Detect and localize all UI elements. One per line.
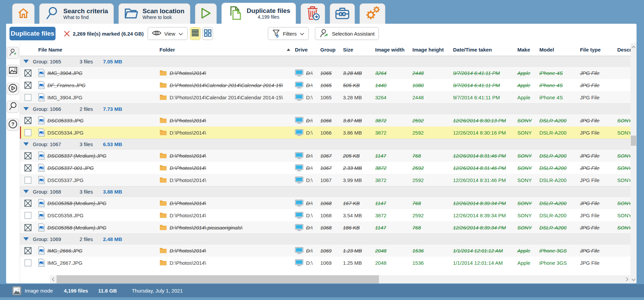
table-row[interactable]: DF_Frames.JPGD:\Photos\2014\Calendar 201… xyxy=(20,79,630,91)
horizontal-scrollbar[interactable] xyxy=(20,275,630,283)
play-preview-button[interactable] xyxy=(7,83,19,95)
description-cell xyxy=(615,257,630,269)
size-cell: 1.23 MB xyxy=(341,244,373,257)
scroll-up-icon[interactable] xyxy=(630,44,637,50)
collapse-arrow-icon[interactable] xyxy=(23,142,29,146)
play-icon xyxy=(200,6,212,21)
table-row[interactable]: IMG_2667.JPGD:\Photos\2014\D:\10691.25 M… xyxy=(20,257,630,269)
table-row[interactable]: DSC05337.JPGD:\Photos\2014\D:\10673.99 M… xyxy=(20,174,630,186)
image-file-icon xyxy=(38,259,45,267)
image-width-cell: 1147 xyxy=(373,197,410,209)
grid-view-button[interactable] xyxy=(202,27,213,40)
size-cell: 3.87 MB xyxy=(341,114,373,126)
horizontal-scroll-thumb[interactable] xyxy=(57,275,379,283)
table-row[interactable]: IMG_2666.JPGD:\Photos\2014\D:\10691.23 M… xyxy=(20,244,630,257)
table-row[interactable]: IMG_3904.JPGD:\Photos\2014\D:\10653.28 M… xyxy=(20,67,630,79)
tab-search-criteria[interactable]: Search criteria What to find xyxy=(39,3,114,24)
image-preview-button[interactable] xyxy=(7,65,19,77)
table-row[interactable]: DSC05334.JPGD:\Photos\2014\D:\10663.86 M… xyxy=(20,126,630,139)
column-header-folder[interactable]: Folder xyxy=(157,47,293,53)
column-header-file-name[interactable]: File Name xyxy=(36,47,157,53)
table-row[interactable]: IMG_3904.JPGD:\Photos\2014\Calendar 2014… xyxy=(20,91,630,103)
scroll-right-icon[interactable] xyxy=(624,277,630,281)
group-header[interactable]: Group: 10673 files6.53 MB xyxy=(20,139,630,149)
column-header-size[interactable]: Size xyxy=(341,47,373,53)
group-header[interactable]: Group: 10662 files7.73 MB xyxy=(20,103,630,114)
image-height-cell: 2592 xyxy=(410,174,451,186)
tab-tools[interactable] xyxy=(330,3,355,24)
drive-cell: D:\ xyxy=(293,126,318,139)
column-header-model[interactable]: Model xyxy=(537,47,578,53)
column-header-make[interactable]: Make xyxy=(515,47,537,53)
model-cell: DSLR-A200 xyxy=(537,162,578,174)
row-checkbox-marked[interactable] xyxy=(20,244,36,257)
tab-subtitle: 4,199 files xyxy=(247,14,291,20)
row-checkbox[interactable] xyxy=(20,209,36,221)
column-header-drive[interactable]: Drive xyxy=(293,47,318,53)
collapse-arrow-icon[interactable] xyxy=(23,190,29,193)
table-row[interactable]: DSC05358 (Medium).JPGD:\Photos\2014\D:\1… xyxy=(20,197,630,209)
table-row[interactable]: DSC05333.JPGD:\Photos\2014\D:\10663.87 M… xyxy=(20,114,630,126)
row-checkbox-marked[interactable] xyxy=(20,114,36,126)
row-checkbox-marked[interactable] xyxy=(20,67,36,79)
row-checkbox[interactable] xyxy=(20,91,36,103)
column-header-file-type[interactable]: File type xyxy=(578,47,615,53)
tab-run-scan[interactable] xyxy=(195,3,217,24)
vertical-scrollbar[interactable] xyxy=(630,43,637,283)
image-file-icon xyxy=(38,116,45,124)
group-file-count: 3 files xyxy=(80,59,93,64)
make-cell: Apple xyxy=(515,67,537,79)
column-header-image-height[interactable]: Image height xyxy=(410,47,451,53)
collapse-arrow-icon[interactable] xyxy=(23,107,29,111)
row-checkbox-marked[interactable] xyxy=(20,79,36,91)
list-view-button[interactable] xyxy=(190,27,200,40)
selection-assistant-side-button[interactable] xyxy=(7,47,19,59)
zoom-search-button[interactable] xyxy=(7,101,19,113)
vertical-scroll-thumb[interactable] xyxy=(631,136,636,146)
table-row[interactable]: DSC05337-001.JPGD:\Photos\2014\D:\10672.… xyxy=(20,162,630,174)
file-type-cell: JPG File xyxy=(578,91,615,103)
table-header-row: File Name Folder Drive Group Size Image … xyxy=(20,43,630,56)
file-name-cell: IMG_3904.JPG xyxy=(36,91,157,103)
tab-settings[interactable] xyxy=(360,3,385,24)
view-button[interactable]: View xyxy=(148,27,187,40)
collapse-arrow-icon[interactable] xyxy=(23,60,29,63)
row-checkbox[interactable] xyxy=(20,257,36,269)
group-header[interactable]: Group: 10653 files7.05 MB xyxy=(20,56,630,67)
file-name-cell: DSC05334.JPG xyxy=(36,126,157,139)
mode-button[interactable]: Duplicate files xyxy=(9,27,56,40)
table-row[interactable]: DSC05337 (Medium).JPGD:\Photos\2014\D:\1… xyxy=(20,149,630,162)
table-row[interactable]: DSC05358 (Medium).JPGD:\Photos\2014\.pic… xyxy=(20,221,630,234)
tab-delete-marked[interactable] xyxy=(301,3,325,24)
group-cell: 1065 xyxy=(318,79,341,91)
tab-scan-location[interactable]: Scan location Where to look xyxy=(119,3,190,24)
grid-view-icon xyxy=(204,29,212,38)
filters-button[interactable]: 0 Filters xyxy=(268,27,309,40)
tab-duplicate-files[interactable]: Duplicate files 4,199 files xyxy=(221,3,296,24)
collapse-arrow-icon[interactable] xyxy=(23,237,29,241)
row-checkbox-marked[interactable] xyxy=(20,197,36,209)
folder-cell: D:\Photos\2014\ xyxy=(157,162,293,174)
tab-home[interactable] xyxy=(12,3,35,24)
description-cell: SONY xyxy=(615,209,630,221)
scroll-left-icon[interactable] xyxy=(50,277,57,281)
row-checkbox-marked[interactable] xyxy=(20,221,36,234)
group-header[interactable]: Group: 10683 files3.88 MB xyxy=(20,186,630,197)
selection-assistant-button[interactable]: Selection Assistant xyxy=(315,27,379,40)
hscroll-track[interactable] xyxy=(50,275,630,283)
scroll-down-icon[interactable] xyxy=(630,277,637,283)
group-header[interactable]: Group: 10692 files2.48 MB xyxy=(20,234,630,244)
marked-x-icon xyxy=(64,31,70,37)
row-checkbox[interactable] xyxy=(20,126,36,139)
row-checkbox-marked[interactable] xyxy=(20,162,36,174)
description-cell: SONY xyxy=(615,197,630,209)
row-checkbox[interactable] xyxy=(20,174,36,186)
column-header-group[interactable]: Group xyxy=(318,47,341,53)
column-header-date-taken[interactable]: Date/Time taken xyxy=(451,47,515,53)
table-row[interactable]: DSC05358.JPGD:\Photos\2014\D:\10683.54 M… xyxy=(20,209,630,221)
status-total-size: 11.6 GB xyxy=(98,288,117,294)
column-header-description[interactable]: Description xyxy=(615,47,630,53)
column-header-image-width[interactable]: Image width xyxy=(373,47,410,53)
row-checkbox-marked[interactable] xyxy=(20,149,36,162)
help-button[interactable]: ? xyxy=(7,119,19,131)
